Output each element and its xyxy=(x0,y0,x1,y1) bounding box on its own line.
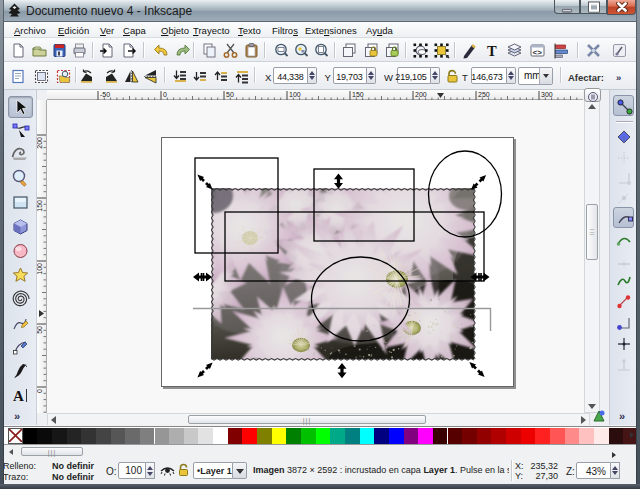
svg-text:50: 50 xyxy=(226,91,234,98)
svg-text:A: A xyxy=(13,388,24,404)
svg-text:0: 0 xyxy=(163,91,167,98)
svg-text:100: 100 xyxy=(289,91,301,98)
svg-text:300: 300 xyxy=(541,91,553,98)
svg-text:50: 50 xyxy=(37,326,43,334)
svg-text:0: 0 xyxy=(37,389,43,393)
svg-text:150: 150 xyxy=(37,200,43,212)
svg-text:-50: -50 xyxy=(100,91,110,98)
svg-text:T: T xyxy=(487,43,497,59)
svg-text:100: 100 xyxy=(37,263,43,275)
svg-text:200: 200 xyxy=(37,137,43,149)
svg-text:<>: <> xyxy=(532,48,542,57)
svg-text:200: 200 xyxy=(415,91,427,98)
svg-text:150: 150 xyxy=(352,91,364,98)
svg-text:250: 250 xyxy=(478,91,490,98)
